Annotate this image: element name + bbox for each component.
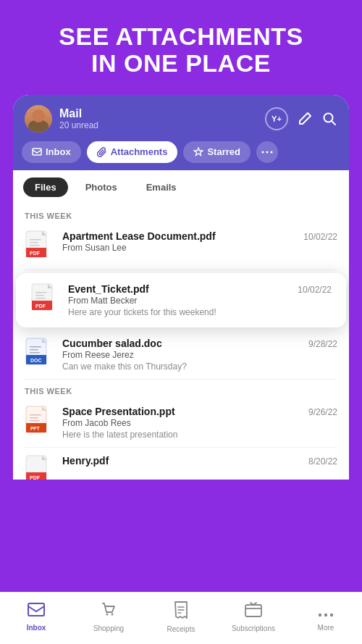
section-label-2: THIS WEEK (13, 380, 349, 398)
file-date: 8/20/22 (308, 456, 337, 467)
file-name-row: Henry.pdf 8/20/22 (62, 455, 337, 467)
nav-inbox-label: Inbox (27, 624, 46, 632)
pdf-icon: PDF (25, 455, 54, 480)
pdf-icon: PDF (30, 283, 59, 315)
svg-rect-2 (33, 149, 41, 155)
ppt-icon: PPT (25, 406, 54, 438)
file-preview: Can we make this on Thursday? (62, 361, 337, 372)
nav-subscriptions[interactable]: Subscriptions (232, 602, 275, 632)
mail-header-left: Mail 20 unread (25, 105, 98, 133)
file-name: Henry.pdf (62, 455, 109, 467)
hero-title: SEE ATTACHMENTS IN ONE PLACE (14, 23, 348, 78)
mail-unread-count: 20 unread (59, 120, 98, 130)
tab-bar: Inbox Attachments Starred (13, 141, 349, 170)
svg-point-41 (324, 613, 327, 616)
file-preview: Here are your tickets for this weekend! (68, 307, 332, 317)
mail-app-name: Mail (59, 107, 98, 120)
mail-header: Mail 20 unread Y+ (13, 95, 349, 141)
svg-line-1 (332, 121, 335, 125)
file-name-row: Event_Ticket.pdf 10/02/22 (68, 283, 332, 295)
doc-icon: DOC (25, 338, 54, 369)
section-label-1: THIS WEEK (13, 204, 349, 223)
svg-rect-29 (30, 420, 40, 422)
list-item[interactable]: PDF Apartment Lease Document.pdf 10/02/2… (13, 223, 349, 269)
svg-point-35 (111, 613, 113, 615)
shopping-nav-icon (101, 602, 117, 622)
svg-rect-15 (35, 292, 47, 293)
svg-text:PDF: PDF (35, 304, 46, 309)
svg-text:PDF: PDF (30, 251, 41, 256)
nav-shopping[interactable]: Shopping (87, 602, 130, 632)
svg-text:PPT: PPT (30, 426, 40, 431)
list-item[interactable]: PPT Space Presentation.ppt 9/26/22 From … (13, 398, 349, 447)
list-item[interactable]: PDF Henry.pdf 8/20/22 (13, 448, 349, 480)
mail-card: Mail 20 unread Y+ (13, 95, 349, 480)
file-name: Space Presentation.ppt (62, 406, 175, 417)
file-date: 10/02/22 (303, 232, 337, 242)
nav-more[interactable]: More (304, 603, 348, 632)
nav-receipts-label: Receipts (167, 625, 195, 633)
svg-rect-21 (30, 346, 41, 348)
list-item[interactable]: DOC Cucumber salad.doc 9/28/22 From Rees… (13, 330, 349, 379)
filter-bar: Files Photos Emails (13, 170, 349, 204)
svg-point-4 (266, 151, 268, 153)
nav-subscriptions-label: Subscriptions (232, 624, 275, 632)
file-body: Cucumber salad.doc 9/28/22 From Reese Je… (62, 338, 337, 372)
file-body: Apartment Lease Document.pdf 10/02/22 Fr… (62, 230, 337, 253)
svg-rect-9 (30, 239, 41, 241)
file-date: 9/28/22 (308, 339, 337, 349)
file-preview: Here is the latest presentation (62, 430, 337, 440)
nav-more-label: More (318, 624, 334, 632)
file-date: 10/02/22 (298, 285, 332, 295)
filter-files[interactable]: Files (23, 177, 68, 197)
bottom-navigation: Inbox Shopping Receipts (0, 592, 362, 644)
list-item[interactable]: PDF Event_Ticket.pdf 10/02/22 From Matt … (16, 273, 346, 327)
file-name: Cucumber salad.doc (62, 338, 162, 349)
svg-point-34 (106, 613, 108, 615)
svg-point-5 (270, 151, 272, 153)
avatar (25, 105, 52, 133)
file-name: Apartment Lease Document.pdf (62, 230, 216, 242)
svg-point-42 (330, 613, 333, 616)
nav-shopping-label: Shopping (93, 624, 124, 632)
svg-rect-22 (30, 349, 38, 351)
svg-point-3 (261, 151, 264, 153)
tab-attachments[interactable]: Attachments (87, 141, 178, 163)
y-plus-button[interactable]: Y+ (265, 107, 288, 130)
file-name-row: Apartment Lease Document.pdf 10/02/22 (62, 230, 337, 242)
svg-rect-27 (30, 414, 41, 416)
mail-title-group: Mail 20 unread (59, 107, 98, 130)
file-name-row: Cucumber salad.doc 9/28/22 (62, 338, 337, 349)
svg-point-40 (319, 613, 321, 616)
more-nav-icon (318, 603, 334, 622)
svg-text:DOC: DOC (30, 358, 42, 363)
file-name: Event_Ticket.pdf (68, 283, 149, 295)
tab-overflow[interactable] (256, 141, 278, 163)
file-from: From Reese Jerez (62, 350, 337, 360)
nav-inbox[interactable]: Inbox (14, 603, 58, 632)
subscriptions-nav-icon (245, 602, 262, 622)
hero-section: SEE ATTACHMENTS IN ONE PLACE (0, 0, 362, 95)
file-name-row: Space Presentation.ppt 9/26/22 (62, 406, 337, 417)
receipts-nav-icon (174, 601, 188, 623)
file-body: Henry.pdf 8/20/22 (62, 455, 337, 467)
pdf-icon: PDF (25, 230, 54, 262)
file-from: From Susan Lee (62, 243, 337, 253)
svg-rect-28 (30, 417, 38, 419)
filter-emails[interactable]: Emails (135, 177, 188, 197)
file-date: 9/26/22 (308, 407, 337, 417)
file-from: From Matt Becker (68, 296, 332, 306)
file-from: From Jacob Rees (62, 418, 337, 428)
svg-rect-17 (35, 298, 46, 299)
nav-receipts[interactable]: Receipts (159, 601, 203, 633)
attachment-list: THIS WEEK PDF Apartment Lease Document.p… (13, 204, 349, 480)
svg-rect-11 (30, 245, 40, 246)
search-icon[interactable] (321, 111, 337, 127)
file-body: Event_Ticket.pdf 10/02/22 From Matt Beck… (68, 283, 332, 317)
pencil-icon[interactable] (297, 111, 313, 127)
mail-header-icons: Y+ (265, 107, 337, 130)
filter-photos[interactable]: Photos (74, 177, 129, 197)
tab-starred[interactable]: Starred (183, 141, 251, 163)
tab-inbox[interactable]: Inbox (22, 141, 81, 163)
inbox-nav-icon (28, 603, 45, 622)
